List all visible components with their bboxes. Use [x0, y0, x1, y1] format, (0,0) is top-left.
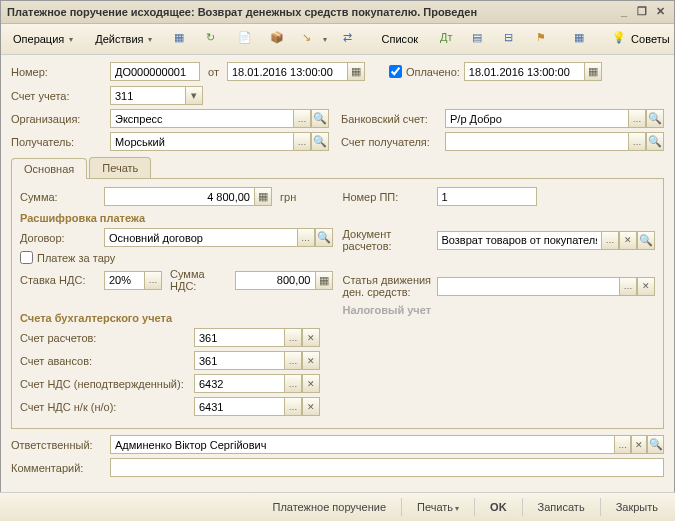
acc-adv-clear-button[interactable]: ✕	[302, 351, 320, 370]
acc-vat-unconf-input[interactable]	[194, 374, 284, 393]
advice-button[interactable]: 💡Советы	[605, 27, 675, 51]
resp-label: Ответственный:	[11, 439, 106, 451]
sum-calc-button[interactable]: ▦	[254, 187, 272, 206]
acc-vat-unconf-label: Счет НДС (неподтвержденный):	[20, 378, 190, 390]
bank-search-button[interactable]: 🔍	[646, 109, 664, 128]
pp-input[interactable]	[437, 187, 537, 206]
toolbar-icon-5[interactable]: ↘	[295, 27, 334, 51]
doc-calc-search-button[interactable]: 🔍	[637, 231, 655, 250]
resp-input[interactable]	[110, 435, 614, 454]
from-label: от	[208, 66, 219, 78]
paid-checkbox[interactable]	[389, 65, 402, 78]
comment-input[interactable]	[110, 458, 664, 477]
toolbar-icon-8[interactable]: ▤	[465, 27, 495, 51]
calculator-icon: ▦	[258, 190, 268, 203]
print-button[interactable]: Печать	[408, 497, 468, 517]
acc-vat-nk-select-button[interactable]: …	[284, 397, 302, 416]
acc-vat-nk-input[interactable]	[194, 397, 284, 416]
sum-input[interactable]	[104, 187, 254, 206]
search-icon: 🔍	[649, 438, 663, 451]
resp-clear-button[interactable]: ✕	[631, 435, 648, 454]
link-icon: ⊟	[504, 31, 520, 47]
close-form-button[interactable]: Закрыть	[607, 497, 667, 517]
date-input[interactable]	[227, 62, 347, 81]
toolbar-icon-10[interactable]: ⚑	[529, 27, 559, 51]
tab-content: Сумма: ▦ грн Расшифровка платежа Договор…	[11, 179, 664, 429]
org-input[interactable]	[110, 109, 293, 128]
account-input[interactable]	[110, 86, 185, 105]
date-calendar-button[interactable]: ▦	[347, 62, 365, 81]
acc-calc-select-button[interactable]: …	[284, 328, 302, 347]
toolbar-icon-7[interactable]: Дт	[433, 27, 463, 51]
recipient-label: Получатель:	[11, 136, 106, 148]
paid-date-calendar-button[interactable]: ▦	[584, 62, 602, 81]
acc-vat-unconf-select-button[interactable]: …	[284, 374, 302, 393]
number-label: Номер:	[11, 66, 106, 78]
close-button[interactable]: ✕	[652, 5, 668, 19]
search-icon: 🔍	[648, 112, 662, 125]
org-search-button[interactable]: 🔍	[311, 109, 329, 128]
resp-select-button[interactable]: …	[614, 435, 631, 454]
acc-calc-clear-button[interactable]: ✕	[302, 328, 320, 347]
save-button[interactable]: Записать	[529, 497, 594, 517]
nav-icon: ⇄	[343, 31, 359, 47]
search-icon: 🔍	[313, 112, 327, 125]
cashflow-clear-button[interactable]: ✕	[637, 277, 655, 296]
recipient-input[interactable]	[110, 132, 293, 151]
paid-date-input[interactable]	[464, 62, 584, 81]
acc-adv-select-button[interactable]: …	[284, 351, 302, 370]
minimize-button[interactable]: _	[616, 5, 632, 19]
settings-icon: ▦	[574, 31, 590, 47]
bank-input[interactable]	[445, 109, 628, 128]
vat-sum-input[interactable]	[235, 271, 315, 290]
org-select-button[interactable]: …	[293, 109, 311, 128]
toolbar-icon-11[interactable]: ▦	[567, 27, 597, 51]
number-input[interactable]	[110, 62, 200, 81]
rec-account-input[interactable]	[445, 132, 628, 151]
doc-calc-select-button[interactable]: …	[601, 231, 619, 250]
rec-account-select-button[interactable]: …	[628, 132, 646, 151]
toolbar-icon-1[interactable]: ▦	[167, 27, 197, 51]
account-label: Счет учета:	[11, 90, 106, 102]
acc-calc-input[interactable]	[194, 328, 284, 347]
recipient-search-button[interactable]: 🔍	[311, 132, 329, 151]
contract-search-button[interactable]: 🔍	[315, 228, 333, 247]
bank-select-button[interactable]: …	[628, 109, 646, 128]
account-dropdown-button[interactable]: ▾	[185, 86, 203, 105]
toolbar-icon-9[interactable]: ⊟	[497, 27, 527, 51]
cashflow-select-button[interactable]: …	[619, 277, 637, 296]
contract-label: Договор:	[20, 232, 100, 244]
doc-calc-clear-button[interactable]: ✕	[619, 231, 637, 250]
rec-account-search-button[interactable]: 🔍	[646, 132, 664, 151]
contract-select-button[interactable]: …	[297, 228, 315, 247]
toolbar-icon-3[interactable]: 📄	[231, 27, 261, 51]
acc-adv-input[interactable]	[194, 351, 284, 370]
ok-button[interactable]: OK	[481, 497, 516, 517]
acc-vat-unconf-clear-button[interactable]: ✕	[302, 374, 320, 393]
vat-rate-select-button[interactable]: …	[144, 271, 162, 290]
toolbar-icon-4[interactable]: 📦	[263, 27, 293, 51]
actions-menu[interactable]: Действия	[88, 29, 159, 49]
payorder-button[interactable]: Платежное поручение	[263, 497, 395, 517]
list-button[interactable]: Список	[374, 29, 425, 49]
contract-input[interactable]	[104, 228, 297, 247]
vat-sum-calc-button[interactable]: ▦	[315, 271, 333, 290]
cashflow-input[interactable]	[437, 277, 620, 296]
tab-print[interactable]: Печать	[89, 157, 151, 178]
dtkt-icon: Дт	[440, 31, 456, 47]
toolbar-icon-2[interactable]: ↻	[199, 27, 229, 51]
search-icon: 🔍	[648, 135, 662, 148]
operation-menu[interactable]: Операция	[6, 29, 80, 49]
doc-calc-label: Документ расчетов:	[343, 228, 433, 252]
resp-search-button[interactable]: 🔍	[647, 435, 664, 454]
tab-main[interactable]: Основная	[11, 158, 87, 179]
acc-vat-nk-clear-button[interactable]: ✕	[302, 397, 320, 416]
vat-rate-input[interactable]	[104, 271, 144, 290]
toolbar-icon-6[interactable]: ⇄	[336, 27, 366, 51]
post-icon: 📄	[238, 31, 254, 47]
recipient-select-button[interactable]: …	[293, 132, 311, 151]
vat-sum-label: Сумма НДС:	[170, 268, 227, 292]
doc-calc-input[interactable]	[437, 231, 602, 250]
maximize-button[interactable]: ❐	[634, 5, 650, 19]
tare-checkbox[interactable]	[20, 251, 33, 264]
